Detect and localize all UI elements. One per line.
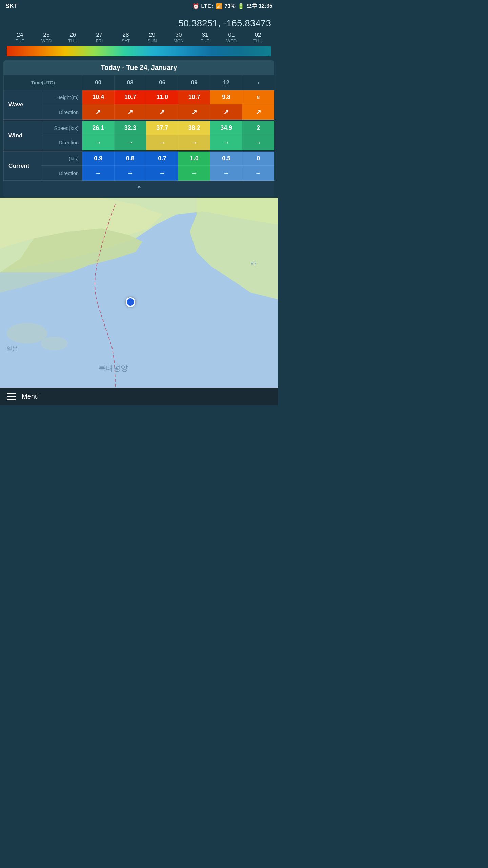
time-more: › [242,75,274,90]
wave-dir-09: ↗ [178,104,210,120]
wind-direction-label: Direction [41,135,82,150]
signal-icon: 📶 [216,3,223,9]
time-label: 오후 12:35 [246,3,272,10]
today-header: Today - Tue 24, January [3,60,274,75]
wind-dir-03: → [114,135,146,150]
menu-icon[interactable] [7,393,16,400]
wind-dir-09: → [178,135,210,150]
time-header-row: Time(UTC) 00 03 06 09 12 › [4,75,274,90]
current-dir-12: → [210,166,242,181]
map-area[interactable]: 북태평양 일본 카 [0,198,278,388]
current-speed-12: 0.5 [210,152,242,166]
wave-height-03: 10.7 [114,90,146,104]
current-direction-row: Direction → → → → → → [4,166,274,181]
lte-label: LTE↕ [201,3,214,9]
date-cell-26[interactable]: 26 THU [60,32,86,43]
coordinates-display: 50.38251, -165.83473 [0,13,278,32]
wind-dir-06: → [146,135,178,150]
current-speed-09: 1.0 [178,152,210,166]
date-cell-25[interactable]: 25 WED [33,32,60,43]
svg-text:카: 카 [251,261,256,267]
data-table: Time(UTC) 00 03 06 09 12 › Wave Height(m… [3,75,274,181]
wind-speed-09: 38.2 [178,121,210,135]
wave-dir-more: ↗ [242,104,274,120]
carrier-label: SKT [5,3,18,10]
current-speed-03: 0.8 [114,152,146,166]
current-speed-row: Current (kts) 0.9 0.8 0.7 1.0 0.5 0 [4,152,274,166]
date-cell-30[interactable]: 30 MON [165,32,192,43]
wind-dir-more: → [242,135,274,150]
date-cell-24[interactable]: 24 TUE [7,32,33,43]
wave-direction-row: Direction ↗ ↗ ↗ ↗ ↗ ↗ [4,104,274,120]
map-svg: 북태평양 일본 카 [0,198,278,388]
wind-dir-12: → [210,135,242,150]
date-cell-27[interactable]: 27 FRI [86,32,113,43]
wave-height-00: 10.4 [82,90,114,104]
wind-speed-row: Wind Speed(kts) 26.1 32.3 37.7 38.2 34.9… [4,121,274,135]
color-scale-bar [7,46,271,56]
current-speed-06: 0.7 [146,152,178,166]
time-12: 12 [210,75,242,90]
menu-button[interactable]: Menu [22,393,39,400]
svg-text:북태평양: 북태평양 [98,364,128,372]
wave-height-row: Wave Height(m) 10.4 10.7 11.0 10.7 9.8 8 [4,90,274,104]
wind-direction-row: Direction → → → → → → [4,135,274,150]
current-dir-00: → [82,166,114,181]
time-utc-label: Time(UTC) [4,75,82,90]
date-row: 24 TUE 25 WED 26 THU 27 FRI 28 SAT 29 SU… [0,32,278,43]
wave-dir-00: ↗ [82,104,114,120]
time-09: 09 [178,75,210,90]
location-marker[interactable] [126,297,135,307]
current-speed-more: 0 [242,152,274,166]
data-panel: Today - Tue 24, January Time(UTC) 00 03 … [3,60,274,198]
current-dir-09: → [178,166,210,181]
wind-speed-03: 32.3 [114,121,146,135]
current-kts-label: (kts) [41,152,82,166]
wave-direction-label: Direction [41,104,82,120]
time-00: 00 [82,75,114,90]
wind-speed-label: Speed(kts) [41,121,82,135]
current-dir-03: → [114,166,146,181]
wind-speed-12: 34.9 [210,121,242,135]
wind-speed-06: 37.7 [146,121,178,135]
wave-height-06: 11.0 [146,90,178,104]
status-bar: SKT ⏰ LTE↕ 📶 73% 🔋 오후 12:35 [0,0,278,13]
time-03: 03 [114,75,146,90]
wave-dir-03: ↗ [114,104,146,120]
time-06: 06 [146,75,178,90]
wave-dir-06: ↗ [146,104,178,120]
wind-speed-00: 26.1 [82,121,114,135]
svg-text:일본: 일본 [7,346,18,351]
wave-height-12: 9.8 [210,90,242,104]
wave-category-label: Wave [4,90,41,120]
current-dir-more: → [242,166,274,181]
wind-dir-00: → [82,135,114,150]
current-direction-label: Direction [41,166,82,181]
wave-height-09: 10.7 [178,90,210,104]
wind-speed-more: 2 [242,121,274,135]
wave-height-more: 8 [242,90,274,104]
wave-dir-12: ↗ [210,104,242,120]
wind-category-label: Wind [4,121,41,150]
date-cell-02[interactable]: 02 THU [245,32,271,43]
date-cell-29[interactable]: 29 SUN [139,32,165,43]
battery-icon: 🔋 [238,3,244,9]
status-right: ⏰ LTE↕ 📶 73% 🔋 오후 12:35 [192,3,272,10]
bottom-nav: Menu [0,388,278,405]
date-cell-28[interactable]: 28 SAT [113,32,139,43]
wave-height-label: Height(m) [41,90,82,104]
date-cell-01[interactable]: 01 WED [218,32,245,43]
battery-label: 73% [225,3,236,9]
current-category-label: Current [4,152,41,181]
collapse-panel-button[interactable]: ⌃ [3,181,274,198]
data-table-wrapper: Time(UTC) 00 03 06 09 12 › Wave Height(m… [3,75,274,181]
alarm-icon: ⏰ [192,3,199,9]
date-cell-31[interactable]: 31 TUE [192,32,218,43]
current-speed-00: 0.9 [82,152,114,166]
current-dir-06: → [146,166,178,181]
